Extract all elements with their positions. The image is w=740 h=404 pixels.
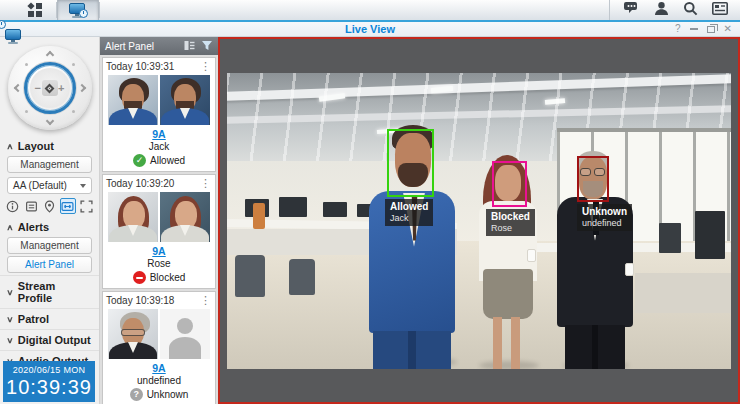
section-label: Stream Profile	[18, 280, 92, 304]
ptz-left-icon[interactable]	[13, 84, 21, 92]
close-button[interactable]: ✕	[724, 24, 732, 34]
section-alerts[interactable]: ∧ Alerts	[0, 217, 99, 235]
alert-panel-button[interactable]: Alert Panel	[7, 256, 92, 273]
status-row: Blocked	[106, 271, 212, 284]
status-label: Blocked	[150, 272, 186, 283]
help-button[interactable]: ?	[675, 24, 681, 34]
notifications-icon[interactable]	[624, 1, 640, 20]
info-icon[interactable]	[5, 198, 20, 214]
fullscreen-icon[interactable]	[79, 198, 94, 214]
search-icon[interactable]	[683, 1, 698, 20]
unknown-person-placeholder-icon[interactable]	[160, 309, 210, 359]
section-label: Patrol	[18, 313, 49, 325]
person-name: Rose	[106, 258, 212, 269]
status-label: Allowed	[150, 155, 185, 166]
camera-link[interactable]: 9A	[106, 128, 212, 140]
zoom-in-button[interactable]: +	[58, 82, 64, 94]
detection-box-blocked	[492, 161, 527, 207]
ptz-down-icon[interactable]	[45, 117, 53, 125]
widgets-icon[interactable]	[712, 1, 728, 19]
more-options-icon[interactable]: ⋮	[199, 60, 212, 73]
layout-management-button[interactable]: Management	[7, 156, 92, 173]
section-stream-profile[interactable]: ∨ Stream Profile	[0, 275, 99, 308]
detection-status: Blocked	[491, 211, 530, 223]
list-view-icon[interactable]	[184, 40, 195, 53]
scene-shadow	[479, 361, 539, 369]
detection-status: Unknown	[582, 206, 627, 218]
alert-card[interactable]: Today 10:39:20 ⋮ 9A Rose Blocked	[102, 174, 216, 289]
alert-panel-title: Alert Panel	[105, 41, 178, 52]
camera-link[interactable]: 9A	[106, 362, 212, 374]
location-pin-icon[interactable]	[42, 198, 57, 214]
live-view-titlebar[interactable]: Live View ? ✕	[0, 22, 740, 37]
allowed-icon	[133, 154, 146, 167]
alert-card[interactable]: Today 10:39:18 ⋮ 9A undefined Unknown	[102, 291, 216, 404]
detection-name: Jack	[390, 213, 428, 224]
ptz-right-icon[interactable]	[77, 84, 85, 92]
zoom-out-button[interactable]: −	[35, 82, 41, 94]
detection-name: undefined	[582, 218, 627, 229]
chevron-down-icon: ∨	[6, 288, 13, 297]
detected-face-thumbnail[interactable]	[108, 75, 158, 125]
alert-list: Today 10:39:31 ⋮ 9A Jack Allowed Today 1…	[100, 55, 218, 404]
section-layout[interactable]: ∧ Layout	[0, 136, 99, 154]
layout-profile-select[interactable]: AA (Default)	[7, 177, 92, 194]
chevron-down-icon: ∨	[6, 315, 13, 324]
section-digital-output[interactable]: ∨ Digital Output	[0, 329, 99, 350]
detection-box-unknown	[577, 156, 609, 202]
chevron-up-icon: ∧	[6, 223, 13, 232]
chevron-up-icon: ∧	[6, 142, 13, 151]
snapshot-icon[interactable]	[23, 198, 38, 214]
detection-status: Allowed	[390, 201, 428, 213]
control-sidebar: − + ∧ Layout Management AA (Default)	[0, 37, 100, 404]
section-patrol[interactable]: ∨ Patrol	[0, 308, 99, 329]
registered-face-thumbnail[interactable]	[160, 192, 210, 242]
camera-feed[interactable]: Allowed Jack Blocked Rose Unknown undefi…	[227, 73, 731, 369]
detection-box-allowed	[387, 129, 434, 197]
status-label: Unknown	[147, 389, 189, 400]
alert-card[interactable]: Today 10:39:31 ⋮ 9A Jack Allowed	[102, 57, 216, 172]
restore-button[interactable]	[707, 26, 715, 33]
layout-profile-value: AA (Default)	[13, 180, 80, 191]
ptz-home-button[interactable]	[42, 80, 58, 96]
alert-timestamp: Today 10:39:20	[106, 178, 199, 189]
detected-face-thumbnail[interactable]	[108, 309, 158, 359]
registered-face-thumbnail[interactable]	[160, 75, 210, 125]
system-clock: 2020/06/15 MON 10:39:39	[3, 361, 95, 402]
surveillance-station-icon	[69, 3, 87, 18]
minimize-button[interactable]	[690, 28, 698, 30]
more-options-icon[interactable]: ⋮	[199, 294, 212, 307]
detection-label-allowed: Allowed Jack	[385, 199, 433, 227]
ptz-control-wheel[interactable]: − +	[8, 46, 92, 130]
clock-time: 10:39:39	[3, 376, 95, 399]
fit-width-icon[interactable]	[60, 198, 75, 214]
more-options-icon[interactable]: ⋮	[199, 177, 212, 190]
user-account-icon[interactable]	[654, 1, 669, 20]
clock-date: 2020/06/15 MON	[3, 365, 95, 375]
status-row: Allowed	[106, 154, 212, 167]
filter-icon[interactable]	[201, 40, 213, 53]
ptz-up-icon[interactable]	[45, 51, 53, 59]
window-title: Live View	[0, 22, 740, 37]
alert-timestamp: Today 10:39:31	[106, 61, 199, 72]
camera-tile-selected[interactable]: Allowed Jack Blocked Rose Unknown undefi…	[218, 37, 740, 404]
camera-link[interactable]: 9A	[106, 245, 212, 257]
status-row: Unknown	[106, 388, 212, 401]
detected-face-thumbnail[interactable]	[108, 192, 158, 242]
person-name: undefined	[106, 375, 212, 386]
alert-timestamp: Today 10:39:18	[106, 295, 199, 306]
main-menu-button[interactable]	[14, 0, 56, 20]
chevron-down-icon: ∨	[6, 336, 13, 345]
unknown-icon	[130, 388, 143, 401]
surveillance-station-app-button[interactable]	[57, 0, 99, 20]
main-menu-icon	[28, 3, 42, 17]
desktop-taskbar	[0, 0, 740, 22]
alert-panel: Alert Panel Today 10:39:31 ⋮ 9A Jack	[100, 37, 218, 404]
alert-panel-header: Alert Panel	[100, 37, 218, 55]
taskbar-tray	[609, 0, 740, 20]
blocked-icon	[133, 271, 146, 284]
alerts-management-button[interactable]: Management	[7, 237, 92, 254]
section-label: Digital Output	[18, 334, 91, 346]
detection-label-unknown: Unknown undefined	[577, 204, 632, 232]
section-label: Layout	[18, 140, 54, 152]
